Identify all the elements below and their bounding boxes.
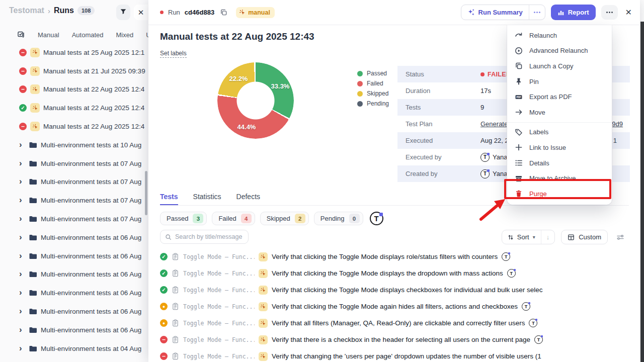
- custom-columns-button[interactable]: Custom: [561, 230, 608, 244]
- sort-direction-button[interactable]: ↓: [541, 230, 555, 244]
- play-circle-icon: [515, 47, 523, 55]
- chevron-right-icon[interactable]: ›: [19, 177, 25, 186]
- test-plan-link[interactable]: Generate: [480, 120, 508, 128]
- menu-item-labels[interactable]: Labels: [507, 125, 612, 140]
- testomat-id-icon: T: [529, 319, 537, 327]
- status-filter-chips: Passed3 Failed4 Skipped2 Pending0 T: [160, 212, 383, 225]
- run-list-item[interactable]: › Multi-environment tests at 06 Aug: [0, 247, 148, 265]
- panel-close-button[interactable]: ✕: [625, 8, 632, 17]
- sparkles-icon: [467, 9, 475, 16]
- menu-item-move[interactable]: Move: [507, 105, 612, 120]
- chevron-right-icon[interactable]: ›: [19, 196, 25, 204]
- tab-mixed[interactable]: Mixed: [116, 31, 134, 39]
- run-list-item[interactable]: › Multi-environment tests at 07 Aug: [0, 173, 148, 192]
- window-edge: [640, 22, 644, 362]
- test-row[interactable]: Toggle Mode — Func... Verify that clicki…: [160, 282, 640, 298]
- testomat-id-icon: T: [522, 302, 530, 311]
- run-list-item[interactable]: › Manual tests at 22 Aug 2025 12:4: [0, 117, 148, 136]
- run-list-item[interactable]: › Manual tests at 22 Aug 2025 12:4: [0, 99, 148, 117]
- menu-item-relaunch[interactable]: Relaunch: [507, 28, 612, 43]
- folder-icon: [29, 234, 37, 241]
- filter-button[interactable]: [116, 5, 130, 20]
- run-list-item[interactable]: › Multi-environment tests at 06 Aug: [0, 228, 148, 247]
- chevron-right-icon[interactable]: ›: [19, 344, 25, 352]
- run-list-item[interactable]: › Manual tests at 25 Aug 2025 12:1: [0, 43, 148, 62]
- test-plan-link-end[interactable]: 9d9: [612, 120, 623, 128]
- failed-dot-icon: [480, 72, 485, 76]
- adjustments-icon[interactable]: [614, 230, 627, 244]
- tab-automated[interactable]: Automated: [72, 31, 104, 39]
- run-list-item[interactable]: › Multi-environment tests at 06 Aug: [0, 284, 148, 302]
- chip-skipped[interactable]: Skipped2: [260, 212, 309, 225]
- run-summary-label: Run Summary: [478, 9, 523, 16]
- tab-statistics[interactable]: Statistics: [193, 193, 221, 205]
- test-row[interactable]: Toggle Mode — Func... Verify that all fi…: [160, 315, 640, 331]
- chevron-right-icon[interactable]: ›: [19, 325, 25, 334]
- chevron-right-icon[interactable]: ›: [19, 159, 25, 167]
- run-list-item-label: Multi-environment tests at 06 Aug: [41, 270, 141, 278]
- tab-defects[interactable]: Defects: [236, 193, 260, 205]
- menu-item-pin[interactable]: Pin: [507, 74, 612, 89]
- menu-item-advanced-relaunch[interactable]: Advanced Relaunch: [507, 43, 612, 59]
- legend-dot: [357, 101, 363, 107]
- run-actions-menu-button[interactable]: [601, 5, 618, 20]
- chevron-right-icon[interactable]: ›: [19, 307, 25, 315]
- chevron-right-icon[interactable]: ›: [19, 214, 25, 223]
- test-row[interactable]: Toggle Mode — Func... Verify that clicki…: [160, 298, 640, 315]
- folder-icon: [29, 326, 37, 334]
- pending-count-badge: 0: [349, 214, 360, 223]
- manual-badge[interactable]: manual: [236, 7, 275, 18]
- select-all-icon[interactable]: [17, 30, 25, 40]
- run-list-item[interactable]: › Manual tests at 22 Aug 2025 12:4: [0, 80, 148, 99]
- sort-button[interactable]: Sort ▾: [502, 230, 541, 244]
- set-labels-link[interactable]: Set labels: [160, 50, 187, 58]
- testomat-id-toggle[interactable]: T: [370, 212, 383, 225]
- sidebar-scrollbar[interactable]: [145, 171, 147, 215]
- run-summary-more-button[interactable]: [529, 5, 545, 20]
- chip-failed[interactable]: Failed4: [212, 212, 255, 225]
- test-row[interactable]: Toggle Mode — Func... Verify that there …: [160, 331, 640, 348]
- run-list-item[interactable]: › Multi-environment tests at 06 Aug: [0, 265, 148, 284]
- table-grid-icon: [568, 234, 575, 241]
- report-button[interactable]: Report: [551, 5, 596, 20]
- run-list-item[interactable]: › Multi-environment tests at 07 Aug: [0, 154, 148, 173]
- sidebar-close-button[interactable]: ✕: [134, 5, 148, 20]
- menu-item-link-issue[interactable]: Link to Issue: [507, 140, 612, 155]
- user-avatar: T: [480, 169, 490, 178]
- chevron-right-icon[interactable]: ›: [19, 233, 25, 241]
- chevron-right-icon[interactable]: ›: [19, 140, 25, 149]
- chip-pending[interactable]: Pending0: [314, 212, 363, 225]
- test-title: Verify that changing the 'users per page…: [272, 352, 541, 360]
- run-summary-button[interactable]: Run Summary: [461, 5, 529, 20]
- menu-item-details[interactable]: Details: [507, 155, 612, 171]
- run-list-item[interactable]: › Multi-environment tests at 07 Aug: [0, 191, 148, 210]
- run-list-item[interactable]: › Manual tests at 21 Jul 2025 09:39: [0, 62, 148, 80]
- folder-icon: [29, 252, 37, 260]
- manual-badge-label: manual: [248, 9, 270, 16]
- menu-item-export-pdf[interactable]: PDF Export as PDF: [507, 89, 612, 105]
- run-list-item[interactable]: › Multi-environment tests at 04 Aug: [0, 339, 148, 358]
- tab-tests[interactable]: Tests: [160, 193, 178, 205]
- run-list-item[interactable]: › Multi-environment tests at 07 Aug: [0, 210, 148, 228]
- test-row[interactable]: Toggle Mode — Func... Verify that clicki…: [160, 248, 640, 265]
- copy-icon[interactable]: [220, 9, 227, 16]
- manual-run-icon: [30, 66, 40, 76]
- tab-manual[interactable]: Manual: [38, 31, 59, 39]
- test-row[interactable]: Toggle Mode — Func... Verify that clicki…: [160, 265, 640, 282]
- test-row[interactable]: Toggle Mode — Func... Verify that changi…: [160, 348, 640, 362]
- run-list-item[interactable]: › Multi-environment tests at 10 Aug: [0, 136, 148, 154]
- legend-item: Pending: [357, 100, 389, 107]
- clipboard-icon: [172, 269, 179, 277]
- chip-passed[interactable]: Passed3: [160, 212, 207, 225]
- run-status-icon: [19, 123, 27, 130]
- menu-item-launch-copy[interactable]: Launch a Copy: [507, 58, 612, 74]
- sort-arrows-icon: [508, 234, 514, 240]
- chevron-right-icon[interactable]: ›: [19, 269, 25, 278]
- run-list-item[interactable]: › Multi-environment tests at 06 Aug: [0, 302, 148, 321]
- chevron-right-icon[interactable]: ›: [19, 288, 25, 297]
- run-list-item[interactable]: › Multi-environment tests at 06 Aug: [0, 321, 148, 339]
- manual-test-icon: [259, 352, 268, 361]
- test-status-icon: [160, 269, 168, 277]
- search-input[interactable]: [175, 233, 244, 240]
- chevron-right-icon[interactable]: ›: [19, 251, 25, 260]
